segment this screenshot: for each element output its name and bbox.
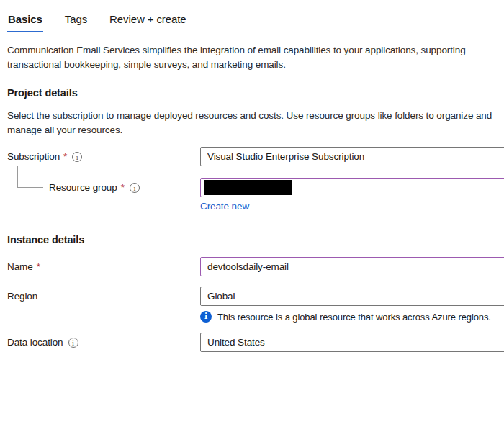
instance-details-heading: Instance details	[7, 233, 504, 247]
basics-form-page: Basics Tags Review + create Communicatio…	[0, 0, 504, 352]
region-dropdown[interactable]: Global	[200, 287, 504, 306]
data-location-dropdown[interactable]: United States	[200, 333, 504, 352]
resource-group-dropdown[interactable]	[200, 178, 504, 197]
region-field-cell: Global i This resource is a global resou…	[200, 287, 504, 323]
resource-group-row: Resource group* i Create new	[7, 178, 504, 212]
region-label-cell: Region	[7, 287, 200, 302]
region-row: Region Global i This resource is a globa…	[7, 287, 504, 323]
project-details-description: Select the subscription to manage deploy…	[7, 109, 504, 137]
subscription-value: Visual Studio Enterprise Subscription	[207, 151, 364, 162]
name-input[interactable]: devtoolsdaily-email	[200, 257, 504, 276]
required-asterisk: *	[63, 151, 67, 163]
hierarchy-connector-line	[17, 166, 43, 188]
project-details-heading: Project details	[7, 86, 504, 100]
info-icon[interactable]: i	[130, 183, 140, 193]
create-new-link[interactable]: Create new	[200, 201, 249, 212]
required-asterisk: *	[37, 261, 40, 273]
name-value: devtoolsdaily-email	[207, 261, 289, 272]
name-label: Name	[7, 261, 33, 273]
required-asterisk: *	[121, 182, 125, 194]
data-location-label: Data location	[7, 337, 63, 348]
tab-basics[interactable]: Basics	[7, 13, 43, 32]
name-row: Name* devtoolsdaily-email	[7, 257, 504, 276]
region-info-message: i This resource is a global resource tha…	[200, 311, 504, 323]
region-value: Global	[207, 291, 235, 302]
data-location-field-cell: United States	[200, 333, 504, 352]
info-filled-icon: i	[200, 311, 212, 323]
subscription-label: Subscription	[7, 151, 60, 163]
subscription-label-cell: Subscription* i	[7, 147, 200, 163]
redacted-value-overlay	[204, 180, 292, 195]
data-location-row: Data location i United States	[7, 333, 504, 352]
tab-review-create[interactable]: Review + create	[109, 13, 186, 32]
region-label: Region	[7, 291, 37, 302]
region-info-text: This resource is a global resource that …	[217, 312, 491, 323]
project-details-form: Subscription* i Visual Studio Enterprise…	[7, 147, 504, 352]
wizard-tabbar: Basics Tags Review + create	[7, 13, 504, 32]
subscription-row: Subscription* i Visual Studio Enterprise…	[7, 147, 504, 166]
tab-tags[interactable]: Tags	[64, 13, 88, 32]
info-icon[interactable]: i	[72, 152, 82, 162]
data-location-label-cell: Data location i	[7, 333, 200, 348]
subscription-dropdown[interactable]: Visual Studio Enterprise Subscription	[200, 147, 504, 166]
data-location-value: United States	[207, 337, 265, 348]
info-icon[interactable]: i	[68, 338, 78, 348]
name-field-cell: devtoolsdaily-email	[200, 257, 504, 276]
resource-group-field-cell: Create new	[200, 178, 504, 212]
resource-group-label: Resource group	[49, 182, 117, 194]
service-description: Communication Email Services simplifies …	[7, 43, 504, 72]
subscription-field-cell: Visual Studio Enterprise Subscription	[200, 147, 504, 166]
name-label-cell: Name*	[7, 257, 200, 273]
